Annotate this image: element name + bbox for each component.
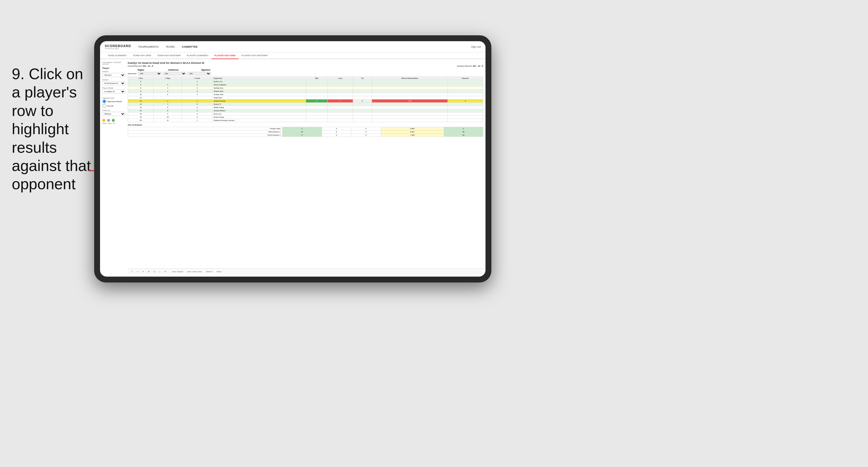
circle-down xyxy=(102,119,105,122)
toolbar-settings[interactable]: ⚙ xyxy=(163,270,167,273)
toolbar-share[interactable]: Share xyxy=(215,270,222,273)
nav-tournaments[interactable]: TOURNAMENTS xyxy=(137,45,159,49)
table-row[interactable]: 20117Federica Domecq Lacroze xyxy=(128,119,483,122)
sidebar-player-rank-select[interactable]: 8. Katelyn Vo xyxy=(102,89,125,94)
circle-level xyxy=(107,119,110,122)
sidebar-datetime: Last Updated: 27/03/2024 16:55:28 xyxy=(102,62,125,65)
radio-opponents-played[interactable]: Opponents Played xyxy=(102,99,125,103)
ood-table: Foreign Team1004.5002NAIA Division 11500… xyxy=(128,127,483,137)
col-div: # Div xyxy=(128,77,154,80)
colour-by-select[interactable]: Win/loss xyxy=(102,112,125,116)
tab-team-h2h-heatmap[interactable]: TEAM H2H HEATMAP xyxy=(154,52,184,59)
colour-by-label: Colour by xyxy=(102,110,125,111)
filters-area: Region Conference Opponent Opponents: (A… xyxy=(128,69,483,75)
conference-filter-header: Conference xyxy=(160,69,187,71)
logo-sub: Powered by clippi xyxy=(105,48,131,50)
table-row[interactable]: 522Alexis Sudjianto xyxy=(128,83,483,87)
table-row[interactable]: 1822Euna Lee xyxy=(128,113,483,116)
col-diff: Diff Av Strokes/Rnd xyxy=(372,77,447,80)
toolbar-grid[interactable]: ⊞ xyxy=(147,270,151,273)
table-row[interactable]: 613Sydney Kuo xyxy=(128,87,483,90)
toolbar-watch[interactable]: Watch ▾ xyxy=(205,270,214,273)
bottom-toolbar: ↩ ↪ ⟳ ⊞ ◎ + ⚙ | View: Original Save Cust… xyxy=(128,268,483,274)
tab-player-h2h-grid[interactable]: PLAYER H2H GRID xyxy=(212,52,239,59)
sidebar-division-select[interactable]: NCAA Division III xyxy=(102,81,125,85)
tablet-frame: SCOREBOARD Powered by clippi TOURNAMENTS… xyxy=(94,35,491,282)
opponents-label: Opponents: xyxy=(128,73,137,74)
nav-committee[interactable]: COMMITTEE xyxy=(181,45,199,49)
opponent-view-label: Opponent view xyxy=(102,97,125,99)
tablet-screen: SCOREBOARD Powered by clippi TOURNAMENTS… xyxy=(100,41,486,277)
nav-teams[interactable]: TEAMS xyxy=(164,45,176,49)
sub-nav: TEAM SUMMARY TEAM H2H GRID TEAM H2H HEAT… xyxy=(100,52,486,59)
toolbar-view-original[interactable]: View: Original xyxy=(171,270,184,273)
overall-record: Overall Record: 353 - 34 - 6 xyxy=(128,65,153,67)
table-row[interactable]: 1311Jessica Huang010-3.002 xyxy=(128,99,483,103)
table-row[interactable]: 914Sharon Mun xyxy=(128,90,483,93)
region-filter-header: Region xyxy=(128,69,154,71)
sidebar-player-title: Player xyxy=(102,67,125,69)
toolbar-target[interactable]: ◎ xyxy=(152,270,156,273)
logo-text: SCOREBOARD xyxy=(105,44,131,48)
nav-sign-out[interactable]: Sign out xyxy=(471,45,481,48)
tab-team-h2h-grid[interactable]: TEAM H2H GRID xyxy=(130,52,154,59)
opponent-view-section: Opponent view Opponents Played Top 100 xyxy=(102,97,125,108)
colour-section: Colour by Win/loss Down Level Up xyxy=(102,110,125,124)
table-row[interactable]: 1585Stella Chang xyxy=(128,106,483,109)
tab-team-summary[interactable]: TEAM SUMMARY xyxy=(105,52,130,59)
col-reg: # Reg xyxy=(154,77,182,80)
panel-title: Katelyn Vo Head-to-Head Grid for Women's… xyxy=(128,62,483,64)
logo-area: SCOREBOARD Powered by clippi xyxy=(105,44,131,50)
out-of-division-section: Out of division Foreign Team1004.5002NAI… xyxy=(128,124,483,137)
col-rounds: Rounds xyxy=(447,77,483,80)
table-row[interactable]: 12Haeji Hyun xyxy=(128,96,483,99)
col-tie: Tie xyxy=(353,77,372,80)
ood-row[interactable]: NAIA Division 115009.26730 xyxy=(128,130,483,133)
nav-links: TOURNAMENTS TEAMS COMMITTEE xyxy=(137,45,471,49)
region-select[interactable]: (All) xyxy=(138,72,161,75)
radio-group: Opponents Played Top 100 xyxy=(102,99,125,108)
instruction-text: 9. Click on a player's row to highlight … xyxy=(12,65,94,193)
nav-bar: SCOREBOARD Powered by clippi TOURNAMENTS… xyxy=(100,41,486,52)
table-row[interactable]: 31Esther Lee xyxy=(128,80,483,83)
col-conf: # Conf xyxy=(182,77,213,80)
table-row[interactable]: 19106Emily Chang xyxy=(128,116,483,119)
ood-row[interactable]: Foreign Team1004.5002 xyxy=(128,127,483,130)
data-panel: Katelyn Vo Head-to-Head Grid for Women's… xyxy=(128,62,483,274)
sidebar-division-label: Division xyxy=(102,79,125,81)
circle-labels: Down Level Up xyxy=(102,122,125,124)
col-win: Win xyxy=(306,77,328,80)
table-row[interactable]: 1063Andrea York xyxy=(128,93,483,96)
toolbar-save-custom[interactable]: Save Custom View xyxy=(186,270,203,273)
toolbar-redo[interactable]: ↪ xyxy=(136,270,140,273)
colour-circles xyxy=(102,119,125,122)
table-row[interactable]: 1474Eunice Yi xyxy=(128,103,483,106)
h2h-table: # Div # Reg # Conf Opponent Win Loss Tie… xyxy=(128,76,483,122)
main-content: Last Updated: 27/03/2024 16:55:28 Player… xyxy=(100,59,486,277)
sidebar: Last Updated: 27/03/2024 16:55:28 Player… xyxy=(102,62,125,274)
toolbar-plus[interactable]: + xyxy=(158,270,161,273)
ood-row[interactable]: NCAA Division 25007.40010 xyxy=(128,133,483,137)
tab-player-h2h-heatmap[interactable]: PLAYER H2H HEATMAP xyxy=(239,52,271,59)
radio-top100[interactable]: Top 100 xyxy=(102,104,125,108)
table-row[interactable]: 1691Jessica Mason xyxy=(128,109,483,113)
col-loss: Loss xyxy=(328,77,353,80)
opponent-select[interactable]: (All) xyxy=(187,72,211,75)
ood-label: Out of division xyxy=(128,124,483,126)
circle-up xyxy=(112,119,115,122)
tab-player-summary[interactable]: PLAYER SUMMARY xyxy=(184,52,212,59)
sidebar-gender-select[interactable]: Women's xyxy=(102,73,125,77)
division-record: Division Record: 331 - 34 - 6 xyxy=(457,65,483,67)
toolbar-undo[interactable]: ↩ xyxy=(130,270,134,273)
col-opponent: Opponent xyxy=(213,77,306,80)
toolbar-refresh[interactable]: ⟳ xyxy=(141,270,145,273)
sidebar-gender-label: Gender xyxy=(102,71,125,72)
conference-select[interactable]: (All) xyxy=(163,72,186,75)
opponent-filter-header: Opponent xyxy=(192,69,219,71)
panel-records: Overall Record: 353 - 34 - 6 Division Re… xyxy=(128,65,483,67)
sidebar-player-rank-label: Player (Rank) xyxy=(102,87,125,89)
